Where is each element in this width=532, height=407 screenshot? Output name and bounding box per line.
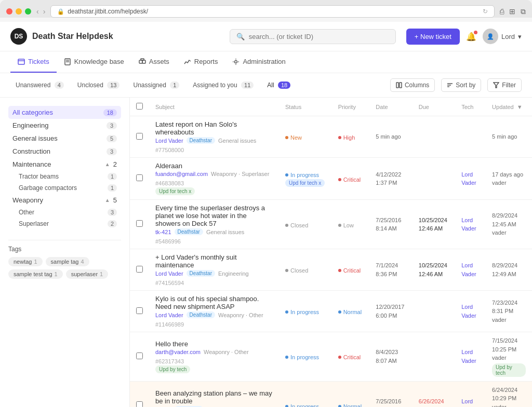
ticket-subject[interactable]: Every time the superlaser destroys a pla… [155,204,273,227]
filter-assigned-count: 11 [241,82,254,89]
tag-sample-count: 4 [81,259,84,265]
sidebar-icon[interactable]: ⧉ [521,7,526,16]
sort-button[interactable]: Sort by [441,78,481,92]
share-icon[interactable]: ⎙ [500,7,504,16]
filter-unanswered[interactable]: Unanswered 4 [10,79,69,91]
select-all-checkbox[interactable] [136,103,143,110]
row-checkbox[interactable] [136,401,143,407]
sidebar-weaponry-header[interactable]: Weaponry ▲ 5 [8,194,121,207]
ticket-meta: Lord Vader Deathstar Engineering #741565… [155,270,273,286]
back-button[interactable]: ‹ [36,7,39,16]
all-categories-count: 18 [103,109,117,116]
search-bar[interactable]: 🔍 [230,29,396,44]
sidebar-construction[interactable]: Construction 3 [8,145,121,158]
columns-button[interactable]: Columns [390,78,435,92]
notification-badge [474,31,477,34]
due-cell [413,158,455,200]
ticket-from[interactable]: Lord Vader [155,138,183,144]
ticket-tag[interactable]: Deathstar [187,311,215,318]
updated-value: 8/29/202412:45 AMvader [492,211,526,237]
tag-sample-test-tag[interactable]: sample test tag 1 [8,269,63,279]
refresh-icon[interactable]: ↻ [483,8,488,15]
date-cell: 7/1/20248:36 PM [369,249,412,291]
sidebar-garbage-compactors[interactable]: Garbage compactors 1 [8,182,121,194]
new-tab-icon[interactable]: ⊞ [509,7,515,16]
status-label: In progress [290,172,319,178]
sidebar-general-issues[interactable]: General issues 5 [8,132,121,145]
tech-value[interactable]: LordVader [461,261,480,278]
new-ticket-button[interactable]: + New ticket [406,29,460,45]
row-checkbox[interactable] [136,352,143,359]
ticket-tag[interactable]: Deathstar [175,228,203,235]
tech-value[interactable]: LordVader [461,170,480,187]
updated-value: 5 min ago [492,132,526,141]
filter-unclosed[interactable]: Unclosed 13 [72,79,125,91]
filter-unassigned-count: 1 [170,82,179,89]
row-checkbox[interactable] [136,133,143,140]
tech-value[interactable]: LordVader [461,216,480,233]
close-button[interactable] [6,8,12,15]
url-bar[interactable]: 🔒 deathstar.jitbit.com/helpdesk/ ↻ [50,5,495,18]
date-value: 12/20/20176:00 PM [376,303,406,320]
ticket-subject[interactable]: Latest report on Han Solo's whereabouts [155,120,273,136]
tech-value[interactable]: LordVader [461,397,480,407]
forward-button[interactable]: › [43,7,46,16]
ticket-subject[interactable]: Alderaan [155,162,273,170]
sidebar-engineering[interactable]: Engineering 3 [8,119,121,132]
row-checkbox[interactable] [136,220,143,227]
status-dot [285,136,288,139]
filter-all[interactable]: All 18 [262,79,296,91]
sidebar-other[interactable]: Other 3 [8,207,121,218]
nav-admin[interactable]: Administration [225,51,292,73]
superlaser-label: Superlaser [19,220,49,227]
ticket-subject[interactable]: + Lord Vader's monthly suit maintenance [155,253,273,269]
row-checkbox[interactable] [136,266,143,273]
tag-superlaser[interactable]: superlaser 1 [66,269,108,279]
header-updated[interactable]: Updated ▼ [486,98,532,116]
status-label: Closed [290,222,308,228]
ticket-from[interactable]: darth@vader.com [155,349,201,355]
sidebar-maintenance-header[interactable]: Maintenance ▲ 2 [8,158,121,171]
ticket-subject[interactable]: Hello there [155,340,273,348]
ticket-from[interactable]: fuandon@gmail.com [155,171,208,177]
ticket-from[interactable]: tk-421 [155,229,171,235]
filter-icon [493,82,499,88]
user-menu[interactable]: 👤 Lord ▾ [483,29,522,44]
ticket-subject[interactable]: Kylo is out of his special shampoo. Need… [155,295,273,310]
filter-button[interactable]: Filter [487,78,522,92]
columns-label: Columns [405,82,429,89]
search-input[interactable] [249,33,389,40]
nav-reports[interactable]: Reports [177,51,225,73]
filter-assigned-to-you[interactable]: Assigned to you 11 [188,79,259,91]
sidebar-tractor-beams[interactable]: Tractor beams 1 [8,171,121,182]
browser-actions: ⎙ ⊞ ⧉ [500,7,526,16]
row-checkbox[interactable] [136,174,143,181]
row-checkbox[interactable] [136,307,143,314]
filter-bar: Unanswered 4 Unclosed 13 Unassigned 1 As… [0,73,532,98]
ticket-tag[interactable]: Deathstar [187,270,215,277]
sidebar-all-categories[interactable]: All categories 18 [8,106,121,119]
minimize-button[interactable] [16,8,22,15]
categories-section: All categories 18 Engineering 3 General … [8,106,121,229]
ticket-tag[interactable]: Deathstar [187,137,215,144]
filter-unassigned[interactable]: Unassigned 1 [128,79,184,91]
nav-knowledge[interactable]: Knowledge base [57,51,131,73]
fullscreen-button[interactable] [25,8,31,15]
ticket-from[interactable]: Lord Vader [155,312,183,318]
due-cell [413,332,455,382]
sort-icon [447,82,453,88]
notification-button[interactable]: 🔔 [466,32,476,42]
nav-assets[interactable]: Assets [131,51,177,73]
nav-tickets[interactable]: Tickets [10,51,57,73]
sidebar-superlaser[interactable]: Superlaser 2 [8,218,121,229]
tech-value[interactable]: LordVader [461,303,480,320]
ticket-from[interactable]: Lord Vader [155,270,183,277]
due-value: 10/25/202412:46 AM [419,216,449,233]
tag-sample-tag[interactable]: sample tag 4 [46,257,89,266]
tech-value[interactable]: LordVader [461,348,480,365]
ticket-category: General issues [218,138,256,144]
updated-cell: 8/29/202412:45 AMvader [486,200,532,249]
tag-newtag[interactable]: newtag 1 [8,257,43,266]
status-dot [285,356,288,359]
ticket-subject[interactable]: Been analyzing station plans – we may be… [155,389,273,405]
